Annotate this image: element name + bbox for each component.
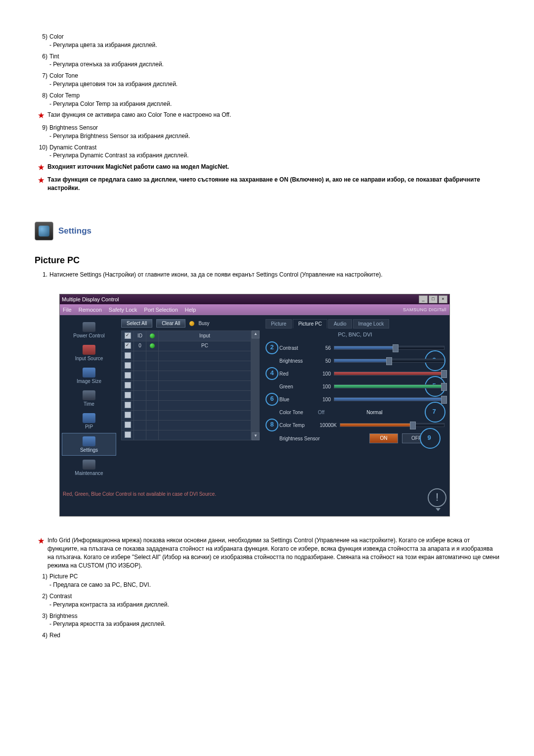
list-item: 6) Tint - Регулира отенъка за избрания д… (35, 52, 499, 69)
item-desc: - Регулира яркостта за избрания дисплей. (49, 620, 499, 628)
select-all-button[interactable]: Select All (121, 319, 152, 328)
note: ★ Тази функция се предлага само за диспл… (35, 176, 499, 192)
badge-6: 6 (266, 393, 278, 406)
blue-row: 6 Blue 100 (266, 393, 445, 406)
settings-section-icon (35, 222, 53, 240)
note: ★ Info Grid (Информационна мрежа) показв… (35, 536, 499, 569)
item-title: Color Tone (49, 72, 78, 79)
item-title: Color Temp (49, 92, 80, 99)
menu-file[interactable]: File (63, 307, 72, 313)
item-title: Brightness (49, 613, 78, 619)
blue-slider[interactable] (334, 397, 445, 401)
item-desc: - Регулира Brightness Sensor за избрания… (49, 132, 499, 141)
col-input: Input (159, 331, 251, 341)
sidebar-item-settings[interactable]: Settings (62, 433, 116, 456)
item-title: Picture PC (49, 573, 78, 580)
tab-picture-pc[interactable]: Picture PC (293, 319, 327, 329)
item-title: Color (49, 33, 64, 40)
settings-panel: Picture Picture PC Audio Image Lock PC, … (263, 315, 449, 482)
note: ★ Входният източник MagicNet работи само… (35, 163, 499, 173)
sidebar-item-pip[interactable]: PIP (62, 410, 116, 432)
tone-off[interactable]: Off (318, 410, 324, 415)
item-title: Dynamic Contrast (49, 144, 96, 151)
bsensor-on-button[interactable]: ON (369, 433, 398, 443)
menu-port-selection[interactable]: Port Selection (144, 307, 178, 313)
app-window: Multiple Display Control _ □ × File Remo… (59, 294, 450, 517)
tab-image-lock[interactable]: Image Lock (353, 319, 390, 329)
contrast-slider[interactable] (334, 346, 445, 350)
row-checkbox[interactable] (125, 342, 131, 349)
list-item: 2) Contrast - Регулира контраста за избр… (35, 592, 499, 609)
menu-safety-lock[interactable]: Safety Lock (109, 307, 137, 313)
brand-label: SAMSUNG DIGITall (403, 307, 446, 312)
green-row: 5 Green 100 (266, 380, 445, 393)
sidebar-item-maintenance[interactable]: Maintenance (62, 457, 116, 478)
note: ★ Тази функция се активира само ако Colo… (35, 111, 499, 121)
menu-remocon[interactable]: Remocon (79, 307, 102, 313)
badge-4: 4 (266, 367, 278, 380)
panel-title: PC, BNC, DVI (266, 331, 445, 337)
grid-scrollbar[interactable]: ▲ ▼ (252, 331, 260, 440)
maximize-button[interactable]: □ (429, 295, 438, 303)
window-title: Multiple Display Control (62, 296, 119, 302)
star-icon: ★ (35, 536, 47, 569)
scroll-up-button[interactable]: ▲ (252, 331, 260, 338)
col-check[interactable] (122, 331, 134, 341)
list-item: 3) Brightness - Регулира яркостта за изб… (35, 612, 499, 629)
menubar: File Remocon Safety Lock Port Selection … (60, 304, 449, 315)
scroll-down-button[interactable]: ▼ (252, 432, 260, 440)
item-desc: - Регулира Color Temp за избрания диспле… (49, 100, 499, 108)
item-desc: - Регулира Dynamic Contrast за избрания … (49, 151, 499, 160)
list-item: 9) Brightness Sensor - Регулира Brightne… (35, 124, 499, 141)
sidebar-item-time[interactable]: Time (62, 387, 116, 409)
contrast-row: 2 Contrast 56 (266, 341, 445, 354)
color-temp-slider[interactable] (340, 423, 445, 427)
menu-help[interactable]: Help (185, 307, 196, 313)
subheading: Picture PC (35, 255, 499, 266)
step: 1. Натиснете Settings (Настройки) от гла… (35, 271, 499, 279)
sidebar-item-input-source[interactable]: Input Source (62, 342, 116, 364)
info-grid-panel: Select All Clear All Busy ID (118, 315, 263, 482)
list-item: 8) Color Temp - Регулира Color Temp за и… (35, 92, 499, 108)
sidebar-item-power-control[interactable]: Power Control (62, 319, 116, 341)
star-icon: ★ (35, 111, 47, 121)
arrow-down-icon (436, 508, 441, 511)
star-icon: ★ (35, 163, 47, 173)
list-item: 5) Color - Регулира цвета за избрания ди… (35, 33, 499, 49)
green-slider[interactable] (334, 384, 445, 388)
sidebar: Power Control Input Source Image Size Ti… (60, 315, 118, 482)
tab-audio[interactable]: Audio (328, 319, 352, 329)
sidebar-item-image-size[interactable]: Image Size (62, 365, 116, 386)
tab-picture[interactable]: Picture (266, 319, 292, 329)
close-button[interactable]: × (439, 295, 447, 303)
item-desc: - Регулира цветовия тон за избрания дисп… (49, 80, 499, 89)
minimize-button[interactable]: _ (419, 295, 428, 303)
red-slider[interactable] (334, 372, 445, 376)
item-title: Brightness Sensor (49, 124, 98, 131)
status-dot-icon (150, 343, 155, 348)
list-item: 7) Color Tone - Регулира цветовия тон за… (35, 72, 499, 89)
item-title: Tint (49, 53, 59, 60)
color-temp-row: 8 Color Temp 10000K (266, 419, 445, 431)
clear-all-button[interactable]: Clear All (156, 319, 185, 328)
footer-note: Red, Green, Blue Color Control is not av… (60, 491, 449, 516)
item-title: Red (49, 632, 60, 639)
brightness-sensor-row: 9 Brightness Sensor ON OFF (266, 431, 445, 445)
badge-8: 8 (266, 419, 278, 431)
col-id: ID (134, 331, 146, 341)
list-item: 4) Red (35, 631, 499, 640)
tone-normal[interactable]: Normal (366, 410, 382, 415)
section-title: Settings (58, 226, 91, 236)
alert-icon: ! (428, 488, 446, 507)
busy-label: Busy (198, 321, 209, 326)
grid-row[interactable]: 0 PC (122, 341, 251, 351)
list-item: 1) Picture PC - Предлага се само за PC, … (35, 572, 499, 589)
item-desc: - Предлага се само за PC, BNC, DVI. (49, 581, 499, 589)
brightness-slider[interactable] (334, 359, 445, 363)
list-item: 10) Dynamic Contrast - Регулира Dynamic … (35, 143, 499, 160)
item-title: Contrast (49, 593, 72, 600)
badge-9: 9 (420, 428, 441, 449)
star-icon: ★ (35, 176, 47, 192)
titlebar: Multiple Display Control _ □ × (60, 294, 449, 304)
item-desc: - Регулира цвета за избрания дисплей. (49, 41, 499, 49)
